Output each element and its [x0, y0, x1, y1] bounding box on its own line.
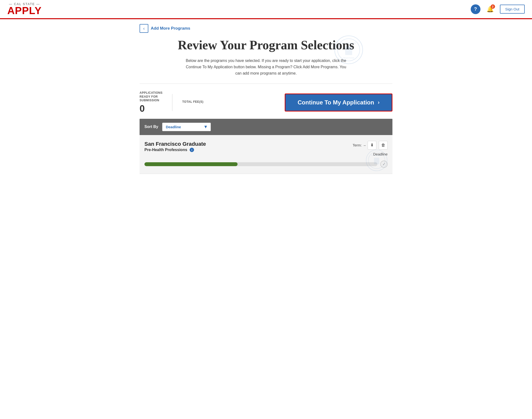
apps-ready-stat: APPLICATIONS READY FOR SUBMISSION 0: [139, 91, 172, 114]
progress-check-icon: ✓: [380, 160, 388, 168]
progress-wrapper: ✓: [144, 160, 388, 168]
stats-row: APPLICATIONS READY FOR SUBMISSION 0 TOTA…: [139, 91, 393, 114]
logo-apply: APPLY: [7, 6, 41, 16]
progress-bar-fill: [144, 162, 238, 166]
download-button[interactable]: ⬇: [368, 141, 376, 150]
program-right: Term: – ⬇ 🗑 Deadline: [353, 141, 388, 156]
site-header: — CAL STATE — APPLY ? 🔔 2 Sign Out: [0, 0, 532, 19]
program-sub-name: Pre-Health Professions: [144, 148, 187, 152]
info-icon[interactable]: i: [190, 148, 194, 152]
header-actions: ? 🔔 2 Sign Out: [471, 4, 525, 14]
apps-ready-value: 0: [139, 104, 145, 114]
term-value: –: [364, 143, 366, 147]
term-row: Term: – ⬇ 🗑: [353, 141, 388, 150]
section-divider: [139, 84, 393, 84]
apps-ready-label: APPLICATIONS READY FOR SUBMISSION: [139, 91, 163, 103]
total-fee-stat: TOTAL FEE(S): [182, 100, 213, 105]
page-subtitle: Below are the programs you have selected…: [186, 58, 346, 76]
sign-out-button[interactable]: Sign Out: [500, 5, 525, 13]
card-actions: ⬇ 🗑: [368, 141, 388, 150]
sort-bar: Sort By Deadline Campus Program Name ▼: [139, 119, 393, 135]
back-link-area: ‹ Add More Programs: [139, 24, 393, 33]
page-title: Review Your Program Selections: [139, 38, 393, 53]
sort-select-wrapper: Deadline Campus Program Name ▼: [162, 123, 211, 131]
help-button[interactable]: ?: [471, 4, 480, 14]
back-arrow-button[interactable]: ‹: [139, 24, 148, 33]
delete-button[interactable]: 🗑: [379, 141, 388, 150]
program-meta: Pre-Health Professions i: [144, 148, 206, 152]
stat-divider: [172, 94, 172, 111]
total-fee-label: TOTAL FEE(S): [182, 100, 203, 104]
sort-by-label: Sort By: [144, 125, 158, 129]
continue-chevron-icon: ›: [378, 99, 380, 106]
notifications-button[interactable]: 🔔 2: [485, 4, 495, 14]
program-card-header: San Francisco Graduate Pre-Health Profes…: [144, 141, 388, 156]
program-info: San Francisco Graduate Pre-Health Profes…: [144, 141, 206, 152]
notification-badge: 2: [491, 4, 495, 9]
term-label: Term:: [353, 143, 362, 147]
add-more-programs-link[interactable]: Add More Programs: [151, 26, 190, 31]
title-section: MY PROGRAM SELECTIONS Review Your Progra…: [139, 38, 393, 76]
sort-select[interactable]: Deadline Campus Program Name: [162, 123, 211, 131]
deadline-label: Deadline: [373, 152, 388, 156]
program-name: San Francisco Graduate: [144, 141, 206, 147]
program-card: San Francisco Graduate Pre-Health Profes…: [139, 135, 393, 174]
continue-button-label: Continue To My Application: [298, 99, 374, 106]
logo: — CAL STATE — APPLY: [7, 2, 41, 16]
main-content: ‹ Add More Programs MY PROGRAM SELECTION…: [132, 19, 400, 179]
progress-bar-bg: [144, 162, 377, 166]
continue-button[interactable]: Continue To My Application ›: [285, 93, 393, 111]
